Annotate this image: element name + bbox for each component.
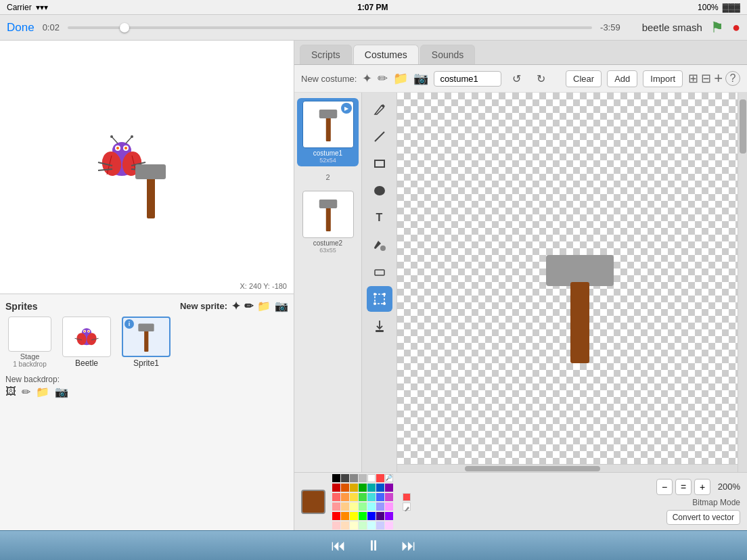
- status-bar: Carrier ▾▾▾ 1:07 PM 100% ▓▓▓: [0, 0, 747, 15]
- new-sprite-pencil-icon[interactable]: ✏: [244, 300, 253, 312]
- color-tool-picker[interactable]: [403, 503, 411, 511]
- canvas-scrollbar-vertical[interactable]: [738, 93, 747, 472]
- project-name: beetle smash: [642, 22, 702, 33]
- tools-sidebar: T: [362, 93, 397, 472]
- timer-thumb[interactable]: [120, 23, 129, 32]
- green-flag-icon[interactable]: ⚑: [710, 19, 724, 37]
- tool-ellipse[interactable]: [367, 178, 392, 204]
- top-toolbar: Done 0:02 -3:59 beetle smash ⚑ ●: [0, 15, 747, 41]
- sprites-label: Sprites: [5, 301, 37, 312]
- swatch-white[interactable]: [367, 474, 376, 482]
- backdrop-image-icon[interactable]: 🖼: [5, 386, 16, 398]
- costume-icon-1[interactable]: ⊞: [688, 71, 698, 86]
- sprite-item-beetle[interactable]: Beetle: [60, 317, 114, 368]
- current-color-swatch[interactable]: [301, 490, 325, 514]
- sprites-panel: Sprites New sprite: ✦ ✏ 📁 📷 Stage 1 back…: [0, 294, 294, 530]
- swatch-red-brush[interactable]: [376, 474, 384, 482]
- canvas-scrollbar-horizontal-thumb[interactable]: [465, 466, 600, 471]
- canvas-scrollbar-vertical-thumb[interactable]: [740, 99, 746, 154]
- svg-rect-41: [375, 294, 384, 304]
- swatch-d3[interactable]: [359, 474, 367, 482]
- costume-icon-3[interactable]: +: [714, 70, 723, 87]
- color-tool-red[interactable]: [403, 493, 411, 501]
- swatch-d2[interactable]: [350, 474, 358, 482]
- costume-item-1[interactable]: ▶ costume1 52x54: [297, 98, 359, 166]
- help-icon[interactable]: ?: [725, 71, 740, 86]
- clear-button[interactable]: Clear: [566, 70, 602, 87]
- tool-line[interactable]: [367, 124, 392, 149]
- new-costume-camera-icon[interactable]: 📷: [413, 71, 428, 86]
- canvas-scrollbar-horizontal[interactable]: [397, 464, 738, 472]
- palette-row-pastel: [332, 521, 393, 530]
- tab-sounds[interactable]: Sounds: [420, 45, 475, 64]
- svg-rect-31: [138, 324, 154, 331]
- costume1-play[interactable]: ▶: [341, 103, 352, 114]
- bottom-right-controls: − = + 200% Bitmap Mode Convert to vector: [656, 479, 740, 525]
- sprite-item-sprite1[interactable]: i Sprite1: [119, 317, 173, 368]
- new-sprite-paint-icon[interactable]: ✦: [231, 300, 240, 312]
- skip-forward-button[interactable]: ⏭: [401, 537, 416, 555]
- right-panel: Scripts Costumes Sounds New costume: ✦ ✏…: [294, 41, 747, 530]
- redo-button[interactable]: ↻: [531, 69, 550, 88]
- main-content: X: 240 Y: -180 Sprites New sprite: ✦ ✏ 📁…: [0, 41, 747, 530]
- timer-track[interactable]: [68, 26, 592, 29]
- backdrop-camera-icon[interactable]: 📷: [55, 386, 68, 398]
- costume-icon-2[interactable]: ⊟: [701, 71, 711, 86]
- convert-to-vector-button[interactable]: Convert to vector: [666, 510, 740, 525]
- svg-point-3: [116, 147, 119, 149]
- svg-point-23: [84, 331, 85, 332]
- swatch-eyedrop[interactable]: 🔎: [385, 474, 393, 482]
- play-pause-button[interactable]: ⏸: [366, 537, 381, 555]
- sprite1-thumbnail: i: [122, 317, 171, 357]
- svg-point-8: [110, 135, 113, 138]
- svg-rect-34: [325, 208, 330, 231]
- import-button[interactable]: Import: [643, 70, 683, 87]
- new-sprite-folder-icon[interactable]: 📁: [257, 300, 271, 312]
- drawing-canvas[interactable]: [397, 93, 747, 472]
- sprite-item-stage[interactable]: Stage 1 backdrop: [5, 317, 54, 368]
- palette-row-gray: 🔎: [332, 474, 393, 482]
- tool-stamp[interactable]: [367, 313, 392, 339]
- skip-back-button[interactable]: ⏮: [331, 537, 346, 555]
- costume-name-input[interactable]: [434, 71, 501, 87]
- backdrop-folder-icon[interactable]: 📁: [36, 386, 49, 398]
- tool-eraser[interactable]: [367, 259, 392, 285]
- status-bar-right: 100% ▓▓▓: [698, 3, 740, 12]
- swatch-black[interactable]: [332, 474, 340, 482]
- svg-rect-33: [319, 110, 336, 118]
- undo-button[interactable]: ↺: [507, 69, 526, 88]
- new-costume-paint-icon[interactable]: ✦: [362, 71, 372, 86]
- zoom-in-button[interactable]: +: [694, 479, 710, 495]
- svg-point-43: [383, 293, 386, 296]
- bitmap-mode-label: Bitmap Mode: [692, 498, 740, 507]
- tool-pencil[interactable]: [367, 97, 392, 122]
- svg-point-5: [124, 147, 127, 149]
- red-stop-icon[interactable]: ●: [732, 20, 740, 35]
- zoom-equal-button[interactable]: =: [675, 479, 692, 495]
- costume2-label: costume2: [313, 239, 342, 247]
- new-costume-pencil-icon[interactable]: ✏: [378, 71, 388, 86]
- coord-y-value: -180: [272, 282, 287, 290]
- costume-item-2[interactable]: costume2 63x55: [297, 188, 359, 256]
- beetle-thumbnail: [62, 317, 111, 357]
- hammer-stage-sprite: [132, 161, 173, 218]
- bottom-media-bar: ⏮ ⏸ ⏭: [0, 530, 747, 560]
- bottom-color-bar: 🔎: [294, 472, 747, 530]
- tool-rectangle[interactable]: [367, 151, 392, 177]
- palette-row-3: [332, 503, 393, 511]
- tool-fill[interactable]: [367, 232, 392, 258]
- tool-text[interactable]: T: [367, 205, 392, 231]
- new-sprite-camera-icon[interactable]: 📷: [275, 300, 288, 312]
- add-button[interactable]: Add: [607, 70, 637, 87]
- svg-rect-40: [375, 270, 384, 275]
- svg-rect-32: [325, 118, 330, 141]
- svg-rect-30: [144, 331, 148, 352]
- tool-select[interactable]: [367, 286, 392, 312]
- backdrop-pencil-icon[interactable]: ✏: [22, 386, 30, 398]
- new-costume-folder-icon[interactable]: 📁: [393, 71, 408, 86]
- swatch-d1[interactable]: [341, 474, 349, 482]
- done-button[interactable]: Done: [7, 21, 35, 34]
- zoom-out-button[interactable]: −: [656, 479, 673, 495]
- tab-scripts[interactable]: Scripts: [300, 45, 352, 64]
- tab-costumes[interactable]: Costumes: [353, 45, 419, 64]
